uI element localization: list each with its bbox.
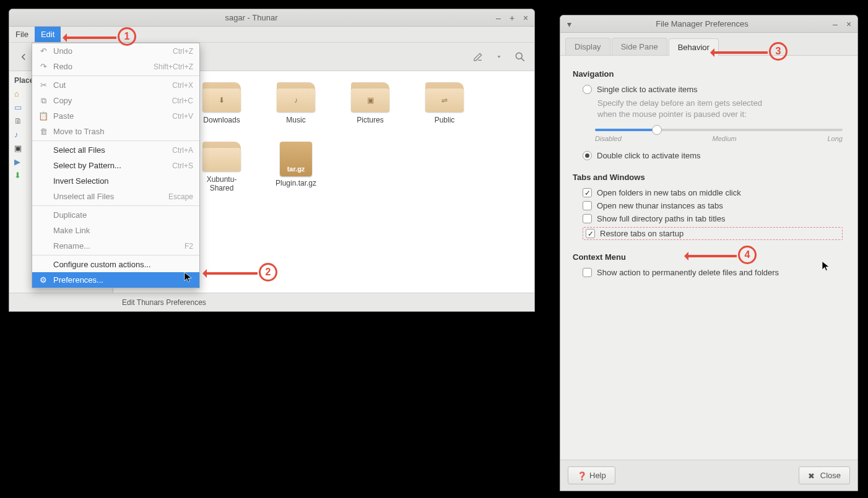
prefs-title: File Manager Preferences: [578, 19, 827, 28]
file-item[interactable]: tar.gz Plugin.tar.gz: [269, 142, 323, 192]
search-icon[interactable]: [511, 48, 529, 66]
annotation-arrow: [64, 36, 116, 39]
radio-icon: [583, 151, 592, 160]
annotation-badge: 3: [769, 42, 788, 61]
checkbox-icon: [586, 229, 595, 238]
help-button[interactable]: ❓ Help: [568, 466, 615, 484]
videos-icon: ▶: [14, 157, 24, 167]
tab-side-pane[interactable]: Side Pane: [612, 38, 667, 55]
folder-icon: ⇌: [425, 82, 464, 112]
file-name: Downloads: [203, 116, 240, 124]
back-icon[interactable]: [14, 48, 33, 66]
undo-icon: ↶: [38, 46, 48, 56]
file-item[interactable]: ▣ Pictures: [344, 82, 397, 124]
archive-icon: tar.gz: [280, 142, 312, 176]
maximize-icon[interactable]: +: [507, 13, 517, 23]
thunar-title: sagar - Thunar: [13, 13, 490, 22]
file-name: Xubuntu-Shared: [207, 175, 237, 192]
music-icon: ♪: [14, 130, 24, 140]
edit-path-icon[interactable]: [469, 48, 487, 66]
thunar-menubar: File Edit: [9, 27, 534, 43]
annotation-arrow: [712, 51, 768, 54]
menu-make-link[interactable]: Make Link: [32, 223, 199, 238]
single-click-note: Specify the delay before an item gets se…: [597, 98, 845, 120]
menu-unselect-all[interactable]: Unselect all FilesEscape: [32, 189, 199, 204]
file-name: Music: [286, 116, 305, 124]
option-full-path-tabs[interactable]: Show full directory paths in tab titles: [583, 214, 845, 223]
gear-icon: ⚙: [38, 275, 48, 285]
menu-duplicate[interactable]: Duplicate: [32, 207, 199, 223]
menu-preferences[interactable]: ⚙Preferences...: [32, 272, 199, 288]
option-single-click[interactable]: Single click to activate items: [583, 85, 845, 94]
redo-icon: ↷: [38, 62, 48, 72]
desktop-icon: ▭: [14, 103, 24, 113]
menu-custom-actions[interactable]: Configure custom actions...: [32, 257, 199, 272]
radio-icon: [583, 85, 592, 94]
trash-icon: 🗑: [38, 127, 48, 137]
slider-thumb-icon[interactable]: [652, 125, 662, 135]
prefs-titlebar: ▾ File Manager Preferences – ×: [560, 15, 857, 33]
section-tabs-windows: Tabs and Windows: [573, 173, 845, 182]
option-permanent-delete[interactable]: Show action to permanently delete files …: [583, 268, 845, 277]
checkbox-icon: [583, 268, 592, 277]
cut-icon: ✂: [38, 80, 48, 90]
svg-line-2: [521, 58, 524, 61]
file-item[interactable]: Xubuntu-Shared: [195, 142, 248, 192]
section-navigation: Navigation: [573, 69, 845, 79]
view-switch-icon[interactable]: [490, 48, 508, 66]
folder-icon: ♪: [277, 82, 315, 112]
help-icon: ❓: [577, 471, 586, 480]
file-item[interactable]: ⇌ Public: [418, 82, 471, 124]
home-icon: ⌂: [14, 89, 24, 99]
close-icon[interactable]: ×: [521, 13, 531, 23]
mouse-cursor-icon: [183, 270, 194, 284]
menu-paste[interactable]: 📋PasteCtrl+V: [32, 108, 199, 124]
menu-trash[interactable]: 🗑Move to Trash: [32, 124, 199, 139]
option-instances-as-tabs[interactable]: Open new thunar instances as tabs: [583, 201, 845, 210]
menu-redo[interactable]: ↷RedoShift+Ctrl+Z: [32, 59, 199, 74]
checkbox-icon: [583, 214, 592, 223]
menu-select-pattern[interactable]: Select by Pattern...Ctrl+S: [32, 158, 199, 173]
tab-display[interactable]: Display: [565, 38, 610, 55]
menu-select-all[interactable]: Select all FilesCtrl+A: [32, 142, 199, 158]
file-name: Pictures: [357, 116, 383, 124]
svg-marker-0: [498, 56, 501, 58]
menu-invert-selection[interactable]: Invert Selection: [32, 173, 199, 189]
file-item[interactable]: ♪ Music: [269, 82, 323, 124]
status-text: Edit Thunars Preferences: [122, 298, 206, 307]
option-restore-tabs[interactable]: Restore tabs on startup: [583, 227, 843, 240]
menu-cut[interactable]: ✂CutCtrl+X: [32, 77, 199, 93]
annotation-arrow: [204, 272, 258, 275]
minimize-icon[interactable]: –: [830, 19, 840, 29]
annotation-badge: 2: [259, 263, 277, 281]
close-icon[interactable]: ×: [844, 19, 854, 29]
prefs-footer: ❓ Help ✖ Close: [560, 460, 857, 491]
close-button[interactable]: ✖ Close: [799, 466, 850, 484]
file-item[interactable]: ⬇ Downloads: [195, 82, 248, 124]
pictures-icon: ▣: [14, 144, 24, 153]
menu-undo[interactable]: ↶UndoCtrl+Z: [32, 43, 199, 59]
single-click-delay-slider[interactable]: Disabled Medium Long: [595, 129, 843, 142]
thunar-statusbar: Edit Thunars Preferences: [9, 293, 534, 311]
menu-edit[interactable]: Edit: [35, 27, 61, 42]
svg-point-1: [516, 53, 522, 59]
checkbox-icon: [583, 201, 592, 210]
annotation-arrow: [686, 255, 737, 257]
close-icon: ✖: [808, 471, 817, 480]
document-icon: 🗎: [14, 116, 24, 126]
mouse-cursor-icon: [820, 259, 831, 273]
menu-copy[interactable]: ⧉CopyCtrl+C: [32, 93, 199, 108]
option-double-click[interactable]: Double click to activate items: [583, 151, 845, 160]
prefs-body: Navigation Single click to activate item…: [560, 56, 857, 460]
thunar-titlebar: sagar - Thunar – + ×: [9, 9, 534, 27]
menu-rename[interactable]: Rename...F2: [32, 238, 199, 254]
copy-icon: ⧉: [38, 96, 48, 106]
file-name: Plugin.tar.gz: [276, 179, 316, 187]
window-menu-icon[interactable]: ▾: [564, 19, 574, 29]
menu-file[interactable]: File: [9, 27, 35, 42]
folder-icon: ⬇: [202, 82, 241, 112]
annotation-badge: 1: [118, 27, 136, 46]
downloads-icon: ⬇: [14, 171, 24, 181]
option-middle-click-tabs[interactable]: Open folders in new tabs on middle click: [583, 188, 845, 197]
minimize-icon[interactable]: –: [493, 13, 503, 23]
